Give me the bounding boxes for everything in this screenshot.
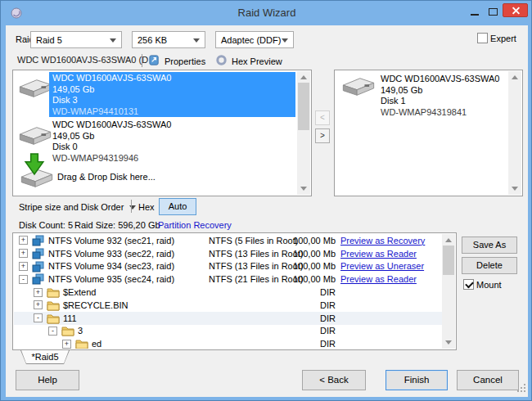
stripe-size-value: 256 KB bbox=[138, 35, 167, 45]
raid-volume-icon bbox=[32, 234, 46, 247]
volume-size: DIR bbox=[286, 300, 336, 310]
volume-size: DIR bbox=[286, 313, 336, 323]
table-row[interactable]: + NTFS Volume 933 (sec22, raid) NTFS (13… bbox=[14, 247, 442, 260]
table-row[interactable]: + NTFS Volume 934 (sec23, raid) NTFS (13… bbox=[14, 260, 442, 273]
target-scrollbar[interactable] bbox=[508, 71, 521, 195]
expand-toggle-icon[interactable]: - bbox=[19, 275, 28, 284]
preview-link[interactable]: Preview as Reader bbox=[340, 249, 417, 259]
folder-icon bbox=[47, 300, 61, 311]
stripe-size-select[interactable]: 256 KB bbox=[132, 31, 205, 48]
preview-link[interactable]: Preview as Reader bbox=[340, 274, 417, 284]
expand-toggle-icon[interactable]: + bbox=[34, 288, 43, 297]
disk-number: Disk 0 bbox=[49, 142, 295, 153]
preview-link[interactable]: Preview as Uneraser bbox=[340, 261, 424, 271]
back-button[interactable]: < Back bbox=[302, 370, 366, 390]
hex-preview-label: Hex Preview bbox=[232, 56, 282, 66]
raid-type-select[interactable]: Raid 5 bbox=[30, 31, 122, 48]
disk-item[interactable]: WDC WD1600AVJS-63SWA0 149,05 Gb Disk 1 W… bbox=[377, 74, 508, 118]
disk-capacity: 149,05 Gb bbox=[377, 85, 508, 97]
client-area: Raid Raid 5 256 KB Adaptec (DDF) Expert … bbox=[6, 25, 528, 397]
check-icon[interactable] bbox=[463, 279, 474, 290]
scrollbar-thumb[interactable] bbox=[443, 246, 454, 275]
hex-preview-icon bbox=[215, 54, 228, 68]
folder-icon bbox=[47, 313, 61, 324]
hdd-icon bbox=[18, 77, 52, 101]
stripe-order-label: Stripe size and Disk Order bbox=[19, 202, 124, 212]
minimize-icon[interactable] bbox=[471, 14, 479, 16]
disk-serial: WD-WMAP94410131 bbox=[49, 106, 295, 118]
checkbox-icon[interactable] bbox=[477, 33, 488, 43]
table-row[interactable]: + $Extend DIR bbox=[14, 286, 442, 299]
disk-number: Disk 1 bbox=[377, 96, 508, 107]
hex-preview-button[interactable]: Hex Preview bbox=[215, 53, 282, 69]
volume-table: + NTFS Volume 932 (sec21, raid) NTFS (5 … bbox=[12, 232, 457, 350]
scrollbar-thumb[interactable] bbox=[298, 83, 309, 130]
expert-checkbox[interactable]: Expert bbox=[477, 33, 516, 43]
drop-arrow-icon bbox=[24, 152, 45, 178]
table-row[interactable]: + NTFS Volume 932 (sec21, raid) NTFS (5 … bbox=[14, 234, 442, 247]
delete-button[interactable]: Delete bbox=[462, 257, 517, 274]
table-row[interactable]: + ed DIR bbox=[14, 337, 442, 349]
expand-toggle-icon[interactable]: + bbox=[19, 249, 28, 258]
table-row[interactable]: - 3 DIR bbox=[14, 325, 442, 338]
disk-model: WDC WD1600AVJS-63SWA0 bbox=[49, 119, 295, 131]
stripe-order-dropdown[interactable]: Stripe size and Disk Order bbox=[19, 199, 136, 215]
mount-label: Mount bbox=[476, 280, 502, 290]
table-row[interactable]: - NTFS Volume 935 (sec24, raid) NTFS (21… bbox=[14, 273, 442, 286]
scroll-down-icon[interactable] bbox=[300, 187, 307, 191]
volume-size: DIR bbox=[286, 339, 336, 349]
volume-name: NTFS Volume 934 (sec23, raid) bbox=[48, 261, 174, 271]
window-title: Raid Wizard bbox=[1, 7, 532, 19]
maximize-icon[interactable] bbox=[489, 8, 498, 16]
disk-serial: WD-WMAP94319946 bbox=[49, 153, 295, 164]
scroll-up-icon[interactable] bbox=[445, 238, 452, 242]
toolbar-separator bbox=[142, 54, 142, 67]
source-scrollbar[interactable] bbox=[297, 71, 310, 195]
scroll-down-icon[interactable] bbox=[512, 187, 518, 191]
folder-name: 3 bbox=[78, 326, 83, 336]
scroll-up-icon[interactable] bbox=[300, 75, 307, 79]
properties-button[interactable]: Properties bbox=[148, 53, 205, 69]
help-button[interactable]: Help bbox=[16, 370, 79, 390]
disk-item[interactable]: WDC WD1600AVJS-63SWA0 149,05 Gb Disk 0 W… bbox=[49, 119, 295, 164]
scroll-up-icon[interactable] bbox=[512, 75, 518, 79]
folder-icon bbox=[47, 286, 61, 298]
finish-button[interactable]: Finish bbox=[385, 370, 448, 390]
move-left-button[interactable]: < bbox=[315, 110, 330, 125]
tab-raid5[interactable]: *Raid5 bbox=[20, 350, 70, 364]
folder-name: ed bbox=[92, 339, 101, 349]
table-scrollbar[interactable] bbox=[442, 234, 455, 349]
folder-icon bbox=[75, 338, 89, 349]
scroll-down-icon[interactable] bbox=[445, 340, 452, 345]
disk-item-selected[interactable]: WDC WD1600AVJS-63SWA0 149,05 Gb Disk 3 W… bbox=[49, 72, 295, 117]
folder-icon bbox=[61, 325, 75, 336]
volume-fs: NTFS (5 Files in Root) bbox=[209, 236, 298, 246]
volume-size: 100,00 Mb bbox=[286, 249, 336, 259]
titlebar: Raid Wizard bbox=[1, 1, 532, 25]
volume-name: NTFS Volume 932 (sec21, raid) bbox=[48, 236, 174, 246]
resize-grip[interactable] bbox=[516, 382, 525, 392]
mount-checkbox[interactable]: Mount bbox=[463, 279, 502, 290]
source-disk-list: WDC WD1600AVJS-63SWA0 149,05 Gb Disk 3 W… bbox=[12, 70, 312, 196]
partition-recovery-link[interactable]: Partition Recovery bbox=[158, 220, 232, 230]
expand-toggle-icon[interactable]: + bbox=[62, 340, 71, 349]
raid-type-value: Raid 5 bbox=[36, 35, 62, 45]
tab-disk-name[interactable]: WDC WD1600AVJS-63SWA0 (D bbox=[17, 55, 148, 70]
expand-toggle-icon[interactable]: - bbox=[48, 327, 57, 336]
close-icon[interactable] bbox=[503, 3, 528, 17]
auto-button[interactable]: Auto bbox=[159, 198, 196, 215]
expand-toggle-icon[interactable]: + bbox=[34, 300, 43, 309]
expand-toggle-icon[interactable]: + bbox=[19, 262, 28, 271]
save-as-button[interactable]: Save As bbox=[462, 237, 517, 254]
expand-toggle-icon[interactable]: + bbox=[19, 236, 28, 245]
move-right-button[interactable]: > bbox=[315, 128, 330, 143]
table-row[interactable]: + $RECYCLE.BIN DIR bbox=[14, 299, 442, 312]
raid-wizard-window: Raid Wizard Raid Raid 5 256 KB Adaptec (… bbox=[0, 0, 532, 401]
table-row[interactable]: - 111 DIR bbox=[14, 312, 442, 325]
volume-size: 100,00 Mb bbox=[286, 274, 336, 284]
preview-link[interactable]: Preview as Recovery bbox=[340, 236, 425, 246]
properties-label: Properties bbox=[165, 56, 205, 66]
vendor-select[interactable]: Adaptec (DDF) bbox=[215, 31, 294, 48]
cancel-button[interactable]: Cancel bbox=[457, 370, 519, 390]
expand-toggle-icon[interactable]: - bbox=[34, 313, 43, 322]
